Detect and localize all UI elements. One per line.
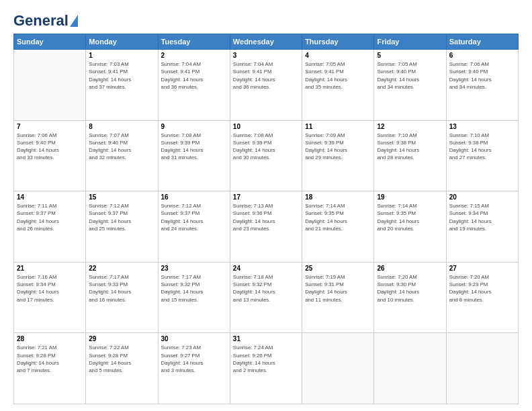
day-info: Sunrise: 7:12 AM Sunset: 9:37 PM Dayligh… (161, 202, 227, 232)
day-info: Sunrise: 7:20 AM Sunset: 9:30 PM Dayligh… (377, 273, 443, 304)
logo-general: General (13, 12, 69, 30)
calendar-cell: 17Sunrise: 7:13 AM Sunset: 9:36 PM Dayli… (230, 191, 302, 263)
calendar-cell (374, 333, 446, 404)
weekday-saturday: Saturday (446, 34, 518, 50)
day-info: Sunrise: 7:07 AM Sunset: 9:40 PM Dayligh… (89, 132, 154, 162)
weekday-header-row: SundayMondayTuesdayWednesdayThursdayFrid… (14, 34, 519, 50)
day-info: Sunrise: 7:10 AM Sunset: 9:38 PM Dayligh… (377, 132, 443, 162)
weekday-wednesday: Wednesday (230, 34, 302, 50)
day-info: Sunrise: 7:06 AM Sunset: 9:40 PM Dayligh… (449, 60, 515, 91)
day-number: 6 (449, 52, 515, 59)
calendar-cell: 31Sunrise: 7:24 AM Sunset: 9:26 PM Dayli… (230, 333, 302, 404)
day-number: 14 (17, 193, 83, 201)
day-number: 1 (89, 52, 154, 59)
calendar-cell: 10Sunrise: 7:08 AM Sunset: 9:39 PM Dayli… (230, 120, 302, 191)
day-info: Sunrise: 7:22 AM Sunset: 9:28 PM Dayligh… (89, 344, 154, 374)
day-info: Sunrise: 7:03 AM Sunset: 9:41 PM Dayligh… (89, 60, 154, 91)
calendar-cell: 7Sunrise: 7:06 AM Sunset: 9:40 PM Daylig… (14, 120, 86, 191)
weekday-thursday: Thursday (302, 34, 374, 50)
day-number: 8 (89, 123, 154, 130)
day-info: Sunrise: 7:06 AM Sunset: 9:40 PM Dayligh… (17, 132, 83, 162)
day-number: 31 (233, 335, 299, 342)
calendar-cell: 30Sunrise: 7:23 AM Sunset: 9:27 PM Dayli… (158, 333, 230, 404)
day-number: 24 (233, 265, 299, 272)
calendar-cell: 16Sunrise: 7:12 AM Sunset: 9:37 PM Dayli… (158, 191, 230, 263)
day-number: 28 (17, 335, 83, 342)
week-row-1: 7Sunrise: 7:06 AM Sunset: 9:40 PM Daylig… (14, 120, 519, 191)
day-number: 2 (161, 52, 227, 59)
header: General (13, 12, 519, 27)
day-number: 11 (305, 123, 371, 130)
day-number: 27 (449, 265, 515, 272)
day-number: 15 (89, 193, 154, 201)
day-info: Sunrise: 7:04 AM Sunset: 9:41 PM Dayligh… (161, 60, 227, 91)
weekday-tuesday: Tuesday (158, 34, 230, 50)
day-info: Sunrise: 7:09 AM Sunset: 9:39 PM Dayligh… (305, 132, 371, 162)
calendar-cell: 19Sunrise: 7:14 AM Sunset: 9:35 PM Dayli… (374, 191, 446, 263)
day-info: Sunrise: 7:24 AM Sunset: 9:26 PM Dayligh… (233, 344, 299, 374)
day-number: 30 (161, 335, 227, 342)
calendar-cell (14, 50, 86, 121)
calendar-cell (302, 333, 374, 404)
day-info: Sunrise: 7:20 AM Sunset: 9:29 PM Dayligh… (449, 273, 515, 304)
calendar-cell: 2Sunrise: 7:04 AM Sunset: 9:41 PM Daylig… (158, 50, 230, 121)
calendar-cell: 18Sunrise: 7:14 AM Sunset: 9:35 PM Dayli… (302, 191, 374, 263)
calendar-cell: 12Sunrise: 7:10 AM Sunset: 9:38 PM Dayli… (374, 120, 446, 191)
logo: General (13, 12, 78, 27)
day-number: 13 (449, 123, 515, 130)
day-info: Sunrise: 7:17 AM Sunset: 9:33 PM Dayligh… (89, 273, 154, 304)
day-number: 19 (377, 193, 443, 201)
calendar-cell: 11Sunrise: 7:09 AM Sunset: 9:39 PM Dayli… (302, 120, 374, 191)
calendar-cell: 13Sunrise: 7:10 AM Sunset: 9:38 PM Dayli… (446, 120, 518, 191)
day-number: 18 (305, 193, 371, 201)
day-number: 17 (233, 193, 299, 201)
weekday-friday: Friday (374, 34, 446, 50)
day-info: Sunrise: 7:10 AM Sunset: 9:38 PM Dayligh… (449, 132, 515, 162)
calendar-cell: 5Sunrise: 7:05 AM Sunset: 9:40 PM Daylig… (374, 50, 446, 121)
calendar-cell: 8Sunrise: 7:07 AM Sunset: 9:40 PM Daylig… (86, 120, 158, 191)
week-row-0: 1Sunrise: 7:03 AM Sunset: 9:41 PM Daylig… (14, 50, 519, 121)
page: General SundayMondayTuesdayWednesdayThur… (0, 0, 532, 411)
day-number: 7 (17, 123, 83, 130)
day-number: 21 (17, 265, 83, 272)
day-info: Sunrise: 7:13 AM Sunset: 9:36 PM Dayligh… (233, 202, 299, 232)
calendar-cell: 27Sunrise: 7:20 AM Sunset: 9:29 PM Dayli… (446, 262, 518, 333)
day-info: Sunrise: 7:05 AM Sunset: 9:41 PM Dayligh… (305, 60, 371, 91)
calendar-cell: 4Sunrise: 7:05 AM Sunset: 9:41 PM Daylig… (302, 50, 374, 121)
week-row-4: 28Sunrise: 7:21 AM Sunset: 9:28 PM Dayli… (14, 333, 519, 404)
day-number: 25 (305, 265, 371, 272)
day-number: 16 (161, 193, 227, 201)
week-row-2: 14Sunrise: 7:11 AM Sunset: 9:37 PM Dayli… (14, 191, 519, 263)
calendar-cell: 3Sunrise: 7:04 AM Sunset: 9:41 PM Daylig… (230, 50, 302, 121)
calendar-cell: 24Sunrise: 7:18 AM Sunset: 9:32 PM Dayli… (230, 262, 302, 333)
day-info: Sunrise: 7:08 AM Sunset: 9:39 PM Dayligh… (161, 132, 227, 162)
day-info: Sunrise: 7:14 AM Sunset: 9:35 PM Dayligh… (377, 202, 443, 232)
calendar-cell: 20Sunrise: 7:15 AM Sunset: 9:34 PM Dayli… (446, 191, 518, 263)
calendar-cell: 26Sunrise: 7:20 AM Sunset: 9:30 PM Dayli… (374, 262, 446, 333)
calendar-cell: 14Sunrise: 7:11 AM Sunset: 9:37 PM Dayli… (14, 191, 86, 263)
calendar-cell (446, 333, 518, 404)
day-info: Sunrise: 7:17 AM Sunset: 9:32 PM Dayligh… (161, 273, 227, 304)
day-number: 29 (89, 335, 154, 342)
weekday-sunday: Sunday (14, 34, 86, 50)
day-info: Sunrise: 7:05 AM Sunset: 9:40 PM Dayligh… (377, 60, 443, 91)
day-number: 22 (89, 265, 154, 272)
calendar-cell: 21Sunrise: 7:16 AM Sunset: 9:34 PM Dayli… (14, 262, 86, 333)
day-number: 26 (377, 265, 443, 272)
day-info: Sunrise: 7:19 AM Sunset: 9:31 PM Dayligh… (305, 273, 371, 304)
day-info: Sunrise: 7:16 AM Sunset: 9:34 PM Dayligh… (17, 273, 83, 304)
day-number: 12 (377, 123, 443, 130)
calendar-cell: 15Sunrise: 7:12 AM Sunset: 9:37 PM Dayli… (86, 191, 158, 263)
day-number: 3 (233, 52, 299, 59)
calendar-cell: 23Sunrise: 7:17 AM Sunset: 9:32 PM Dayli… (158, 262, 230, 333)
day-info: Sunrise: 7:15 AM Sunset: 9:34 PM Dayligh… (449, 202, 515, 232)
day-number: 5 (377, 52, 443, 59)
day-info: Sunrise: 7:14 AM Sunset: 9:35 PM Dayligh… (305, 202, 371, 232)
day-info: Sunrise: 7:11 AM Sunset: 9:37 PM Dayligh… (17, 202, 83, 232)
calendar-cell: 6Sunrise: 7:06 AM Sunset: 9:40 PM Daylig… (446, 50, 518, 121)
day-number: 20 (449, 193, 515, 201)
day-number: 9 (161, 123, 227, 130)
calendar-cell: 1Sunrise: 7:03 AM Sunset: 9:41 PM Daylig… (86, 50, 158, 121)
day-info: Sunrise: 7:23 AM Sunset: 9:27 PM Dayligh… (161, 344, 227, 374)
calendar-cell: 28Sunrise: 7:21 AM Sunset: 9:28 PM Dayli… (14, 333, 86, 404)
